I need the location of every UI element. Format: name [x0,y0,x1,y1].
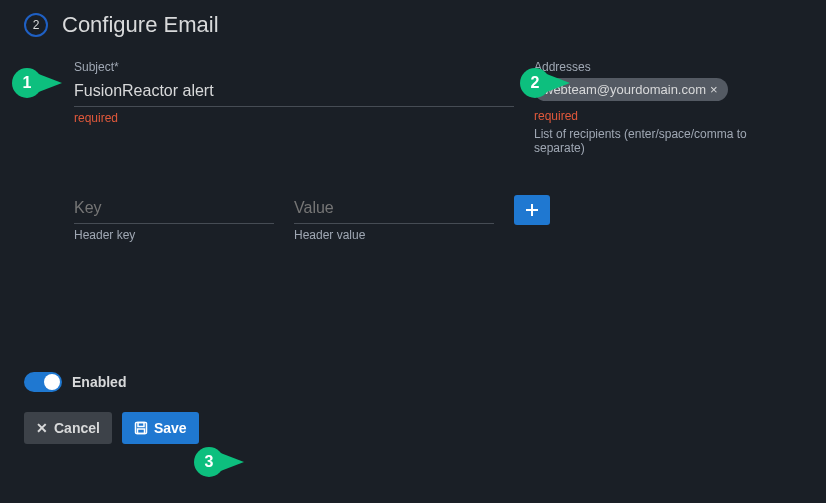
close-icon[interactable]: × [710,82,718,97]
save-icon [134,421,148,435]
header-key-helper: Header key [74,228,274,242]
header-value-helper: Header value [294,228,494,242]
subject-input[interactable] [74,78,514,107]
headers-row: Header key Header value [74,195,786,242]
page-title: Configure Email [62,12,219,38]
add-header-button[interactable] [514,195,550,225]
addresses-chip-container[interactable]: webteam@yourdomain.com × [534,78,786,105]
enabled-label: Enabled [72,374,126,390]
subject-label: Subject* [74,60,514,74]
svg-rect-4 [137,429,144,434]
annotation-3-number: 3 [205,453,214,471]
action-buttons: ✕ Cancel Save [0,402,826,454]
svg-rect-3 [138,423,144,427]
enabled-row: Enabled [0,362,826,402]
enabled-toggle[interactable] [24,372,62,392]
step-number-circle: 2 [24,13,48,37]
close-icon: ✕ [36,420,48,436]
address-chip[interactable]: webteam@yourdomain.com × [534,78,728,101]
address-chip-text: webteam@yourdomain.com [544,82,706,97]
header-value-group: Header value [294,195,494,242]
step-header: 2 Configure Email [0,0,826,46]
addresses-validation: required [534,109,786,123]
addresses-helper: List of recipients (enter/space/comma to… [534,127,786,155]
cancel-button-label: Cancel [54,420,100,436]
form-area: Subject* required Addresses webteam@your… [0,46,826,242]
addresses-field-group: Addresses webteam@yourdomain.com × requi… [534,60,786,155]
cancel-button[interactable]: ✕ Cancel [24,412,112,444]
header-key-input[interactable] [74,195,274,224]
header-key-group: Header key [74,195,274,242]
toggle-knob [44,374,60,390]
subject-validation: required [74,111,514,125]
addresses-label: Addresses [534,60,786,74]
step-number: 2 [33,18,40,32]
save-button[interactable]: Save [122,412,199,444]
plus-icon [524,202,540,218]
save-button-label: Save [154,420,187,436]
header-value-input[interactable] [294,195,494,224]
subject-field-group: Subject* required [74,60,514,155]
